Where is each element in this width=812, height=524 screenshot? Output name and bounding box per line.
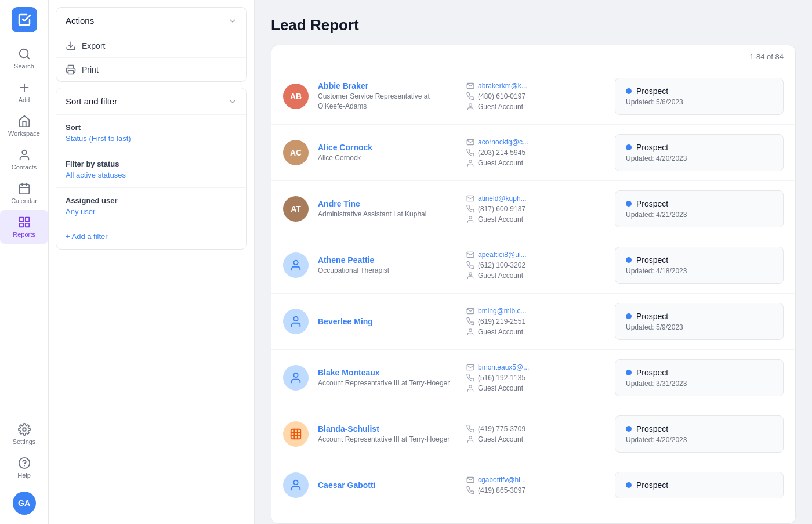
nav-item-search[interactable]: Search (0, 42, 48, 75)
lead-updated: Updated: 3/31/2023 (626, 380, 773, 388)
lead-row: Blake Monteaux Account Representative II… (271, 350, 795, 406)
svg-rect-12 (19, 223, 23, 227)
chevron-down-icon (228, 97, 237, 106)
status-dot (626, 370, 632, 375)
lead-avatar (283, 309, 309, 334)
filter-status-label: Filter by status (66, 160, 237, 168)
svg-point-32 (469, 436, 472, 439)
lead-name[interactable]: Athene Peattie (318, 255, 457, 265)
lead-name[interactable]: Beverlee Ming (318, 317, 457, 326)
svg-point-13 (23, 428, 26, 431)
lead-updated: Updated: 4/18/2023 (626, 267, 773, 275)
lead-phone: (203) 214-5945 (466, 149, 606, 157)
sort-filter-label: Sort and filter (66, 96, 117, 106)
lead-status-card: Prospect Updated: 4/20/2023 (615, 415, 784, 453)
export-item[interactable]: Export (56, 34, 246, 57)
phone-icon (466, 425, 474, 433)
svg-rect-27 (291, 429, 301, 439)
pagination-info: 1-84 of 84 (271, 45, 795, 68)
lead-info: Athene Peattie Occupational Therapist (318, 255, 457, 276)
assigned-user-section: Assigned user Any user (56, 187, 246, 224)
svg-rect-9 (19, 218, 23, 221)
lead-updated: Updated: 4/20/2023 (626, 154, 773, 162)
lead-row: Caesar Gabotti cgabottifv@hi... (419) 86… (271, 462, 795, 508)
filter-status-section: Filter by status All active statuses (56, 151, 246, 187)
lead-account: Guest Account (466, 384, 606, 392)
lead-phone: (516) 192-1135 (466, 374, 606, 382)
actions-header[interactable]: Actions (56, 8, 246, 34)
actions-panel: Actions Export Print (56, 7, 247, 82)
lead-phone: (480) 610-0197 (466, 92, 606, 100)
lead-avatar (283, 365, 309, 391)
lead-updated: Updated: 5/9/2023 (626, 323, 773, 331)
lead-status-card: Prospect Updated: 4/18/2023 (615, 247, 784, 284)
lead-account: Guest Account (466, 103, 606, 111)
lead-role: Account Representative III at Terry-Hoeg… (318, 435, 457, 445)
lead-updated: Updated: 4/20/2023 (626, 436, 773, 444)
lead-row: AC Alice Cornock Alice Cornock acornockf… (271, 125, 795, 181)
phone-icon (466, 374, 474, 382)
lead-name[interactable]: Alice Cornock (318, 143, 457, 152)
lead-name[interactable]: Blake Monteaux (318, 368, 457, 377)
lead-avatar (283, 472, 309, 498)
phone-icon (466, 317, 474, 326)
app-logo[interactable] (12, 7, 37, 32)
sort-filter-header[interactable]: Sort and filter (56, 88, 246, 114)
status-label: Prospect (636, 255, 668, 265)
status-label: Prospect (636, 312, 668, 321)
lead-info: Caesar Gabotti (318, 480, 457, 490)
status-dot (626, 426, 632, 432)
lead-contact: apeattiei8@ui... (612) 100-3202 Guest Ac… (466, 251, 606, 280)
svg-point-25 (293, 373, 298, 377)
status-line: Prospect (626, 255, 773, 265)
lead-email: cgabottifv@hi... (466, 476, 606, 484)
lead-avatar: AC (283, 140, 309, 165)
account-icon (466, 384, 474, 392)
page-title: Lead Report (271, 16, 796, 34)
svg-line-1 (27, 56, 29, 59)
lead-name[interactable]: Caesar Gabotti (318, 480, 457, 490)
nav-item-contacts[interactable]: Contacts (0, 143, 48, 176)
export-icon (66, 41, 76, 51)
lead-name[interactable]: Andre Tine (318, 199, 457, 208)
nav-item-settings[interactable]: Settings (0, 417, 48, 451)
nav-label-settings: Settings (13, 438, 36, 445)
svg-point-26 (469, 385, 472, 388)
status-label: Prospect (636, 480, 668, 490)
add-filter-button[interactable]: + Add a filter (56, 226, 246, 247)
assigned-user-label: Assigned user (66, 196, 237, 205)
assigned-user-value[interactable]: Any user (66, 207, 237, 216)
lead-account: Guest Account (466, 159, 606, 167)
nav-item-calendar[interactable]: Calendar (0, 176, 48, 210)
sort-value[interactable]: Status (First to last) (66, 134, 237, 143)
lead-contact: cgabottifv@hi... (419) 865-3097 (466, 476, 606, 494)
lead-status-card: Prospect Updated: 4/21/2023 (615, 190, 784, 227)
svg-point-22 (469, 273, 472, 276)
lead-avatar: AB (283, 84, 309, 109)
status-line: Prospect (626, 480, 773, 490)
lead-name[interactable]: Blanda-Schulist (318, 424, 457, 433)
svg-point-18 (469, 104, 472, 107)
filter-status-value[interactable]: All active statuses (66, 171, 237, 179)
nav-item-reports[interactable]: Reports (0, 210, 48, 244)
status-dot (626, 257, 632, 263)
email-icon (466, 363, 474, 371)
status-label: Prospect (636, 199, 668, 208)
lead-contact: abrakerkm@k... (480) 610-0197 Guest Acco… (466, 82, 606, 111)
leads-list: AB Abbie Braker Customer Service Represe… (271, 68, 795, 508)
nav-item-workspace[interactable]: Workspace (0, 109, 48, 143)
nav-item-add[interactable]: Add (0, 75, 48, 109)
print-item[interactable]: Print (56, 57, 246, 81)
report-container: 1-84 of 84 AB Abbie Braker Customer Serv… (271, 45, 796, 524)
lead-info: Blanda-Schulist Account Representative I… (318, 424, 457, 445)
lead-name[interactable]: Abbie Braker (318, 81, 457, 91)
svg-point-19 (469, 160, 472, 163)
lead-phone: (419) 865-3097 (466, 486, 606, 494)
lead-status-card: Prospect (615, 472, 784, 498)
status-label: Prospect (636, 424, 668, 433)
lead-email: bming@mlb.c... (466, 307, 606, 315)
status-label: Prospect (636, 368, 668, 377)
user-avatar[interactable]: GA (13, 492, 36, 515)
lead-row: Beverlee Ming bming@mlb.c... (619) 219-2… (271, 294, 795, 350)
nav-item-help[interactable]: Help (0, 451, 48, 485)
